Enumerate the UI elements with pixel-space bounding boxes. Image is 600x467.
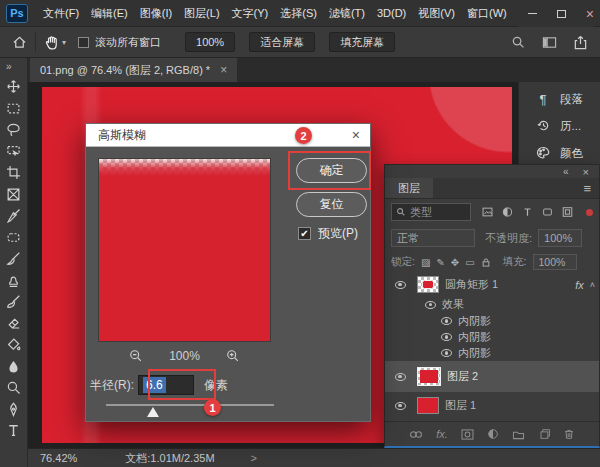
- lock-transparency-icon[interactable]: ▨: [421, 257, 430, 268]
- minimize-icon[interactable]: [528, 13, 537, 15]
- crop-icon[interactable]: [2, 162, 26, 184]
- type-filter-icon[interactable]: [521, 206, 534, 218]
- document-tab[interactable]: 01.png @ 76.4% (图层 2, RGB/8) * ×: [30, 58, 237, 82]
- lock-all-icon[interactable]: [481, 257, 491, 268]
- zoom-level-field[interactable]: 76.42%: [40, 452, 77, 464]
- menu-image[interactable]: 图像(I): [134, 6, 178, 21]
- chevron-down-icon[interactable]: ▾: [62, 38, 66, 47]
- fit-screen-button[interactable]: 适合屏幕: [249, 32, 315, 52]
- menu-edit[interactable]: 编辑(E): [85, 6, 134, 21]
- radius-slider-track[interactable]: [106, 404, 274, 406]
- shape-filter-icon[interactable]: [541, 206, 554, 218]
- menu-view[interactable]: 视图(V): [412, 6, 461, 21]
- patch-icon[interactable]: [2, 227, 26, 249]
- new-layer-icon[interactable]: [538, 428, 550, 440]
- layer-thumbnail[interactable]: [417, 367, 441, 386]
- panel-menu-icon[interactable]: ≡: [583, 181, 599, 196]
- status-options-icon[interactable]: >: [251, 452, 257, 464]
- menu-file[interactable]: 文件(F): [37, 6, 85, 21]
- home-icon[interactable]: [12, 35, 27, 50]
- move-tool-icon[interactable]: [2, 76, 26, 98]
- layer-row-layer1[interactable]: 图层 1: [385, 392, 599, 419]
- new-group-icon[interactable]: [512, 429, 525, 440]
- clone-stamp-icon[interactable]: [2, 270, 26, 292]
- lock-artboard-icon[interactable]: ▭: [465, 257, 474, 268]
- layer-style-icon[interactable]: fx.: [436, 428, 448, 440]
- dialog-title-bar[interactable]: 高斯模糊 ×: [86, 124, 370, 147]
- visibility-toggle[interactable]: [389, 373, 411, 381]
- maximize-icon[interactable]: [557, 10, 566, 18]
- ok-button[interactable]: 确定: [296, 158, 367, 183]
- blur-preview[interactable]: [98, 158, 271, 342]
- blur-icon[interactable]: [2, 356, 26, 378]
- smart-object-filter-icon[interactable]: [561, 206, 574, 218]
- pixel-filter-icon[interactable]: [481, 206, 494, 218]
- eye-icon[interactable]: [441, 333, 452, 341]
- reset-button[interactable]: 复位: [296, 192, 367, 217]
- zoom-100-button[interactable]: 100%: [185, 32, 235, 52]
- zoom-out-icon[interactable]: [129, 349, 143, 363]
- layer-row-effects[interactable]: 效果: [385, 296, 599, 313]
- layer-row-inner-shadow[interactable]: 内阴影: [385, 329, 599, 345]
- adjustment-filter-icon[interactable]: [501, 206, 514, 218]
- frame-icon[interactable]: [2, 184, 26, 206]
- eraser-icon[interactable]: [2, 313, 26, 335]
- layer-row-inner-shadow[interactable]: 内阴影: [385, 345, 599, 361]
- menu-window[interactable]: 窗口(W): [461, 6, 513, 21]
- close-icon[interactable]: ×: [586, 9, 594, 19]
- tab-close-icon[interactable]: ×: [220, 63, 227, 77]
- eye-icon[interactable]: [441, 349, 452, 357]
- tab-layers[interactable]: 图层: [385, 178, 433, 198]
- radius-input[interactable]: 6.6: [138, 375, 194, 395]
- gradient-icon[interactable]: [2, 334, 26, 356]
- dodge-icon[interactable]: [2, 377, 26, 399]
- layer-mask-icon[interactable]: [461, 429, 474, 440]
- toolbar-expand-icon[interactable]: »: [0, 58, 12, 76]
- menu-3d[interactable]: 3D(D): [371, 7, 412, 19]
- hand-tool-icon[interactable]: [44, 35, 59, 50]
- workspace-layout-icon[interactable]: [542, 36, 557, 49]
- dialog-close-icon[interactable]: ×: [352, 127, 360, 143]
- lock-position-icon[interactable]: ✥: [451, 257, 459, 268]
- rectangular-marquee-icon[interactable]: [2, 98, 26, 120]
- eyedropper-icon[interactable]: [2, 205, 26, 227]
- fill-select[interactable]: 100%: [533, 254, 577, 270]
- history-brush-icon[interactable]: [2, 291, 26, 313]
- filter-toggle-icon[interactable]: [586, 209, 593, 216]
- layer-row-layer2-selected[interactable]: 图层 2: [385, 361, 599, 392]
- eye-icon[interactable]: [441, 317, 452, 325]
- fx-badge[interactable]: fx: [575, 279, 584, 291]
- object-selection-icon[interactable]: [2, 141, 26, 163]
- menu-type[interactable]: 文字(Y): [226, 6, 275, 21]
- scroll-all-windows-checkbox[interactable]: [78, 37, 89, 48]
- lock-pixels-icon[interactable]: ✎: [436, 257, 444, 268]
- menu-filter[interactable]: 滤镜(T): [323, 6, 371, 21]
- panel-history[interactable]: 历...: [519, 113, 600, 140]
- menu-layer[interactable]: 图层(L): [178, 6, 225, 21]
- collapse-panel-icon[interactable]: «: [563, 166, 569, 177]
- zoom-in-icon[interactable]: [226, 349, 240, 363]
- type-icon[interactable]: [2, 420, 26, 442]
- fill-screen-button[interactable]: 填充屏幕: [329, 32, 395, 52]
- panel-color[interactable]: 颜色: [519, 140, 600, 167]
- delete-layer-icon[interactable]: [563, 428, 575, 440]
- collapse-effects-icon[interactable]: ˄: [590, 280, 595, 290]
- layer-row-shape[interactable]: 圆角矩形 1 fx ˄: [385, 273, 599, 296]
- radius-slider-thumb[interactable]: [147, 407, 159, 417]
- panel-paragraph[interactable]: ¶ 段落: [519, 86, 600, 113]
- eye-icon[interactable]: [425, 301, 436, 309]
- visibility-toggle[interactable]: [389, 281, 411, 289]
- layer-thumbnail[interactable]: [417, 276, 439, 293]
- lasso-icon[interactable]: [2, 119, 26, 141]
- layer-thumbnail[interactable]: [417, 397, 439, 414]
- adjustment-layer-icon[interactable]: [487, 428, 499, 440]
- brush-icon[interactable]: [2, 248, 26, 270]
- close-panel-icon[interactable]: ×: [583, 166, 589, 178]
- blend-mode-select[interactable]: 正常: [391, 229, 475, 247]
- pen-icon[interactable]: [2, 399, 26, 421]
- menu-select[interactable]: 选择(S): [274, 6, 323, 21]
- visibility-toggle[interactable]: [389, 402, 411, 410]
- share-icon[interactable]: [573, 35, 588, 50]
- opacity-select[interactable]: 100%: [538, 229, 582, 247]
- preview-checkbox[interactable]: ✔: [298, 227, 311, 240]
